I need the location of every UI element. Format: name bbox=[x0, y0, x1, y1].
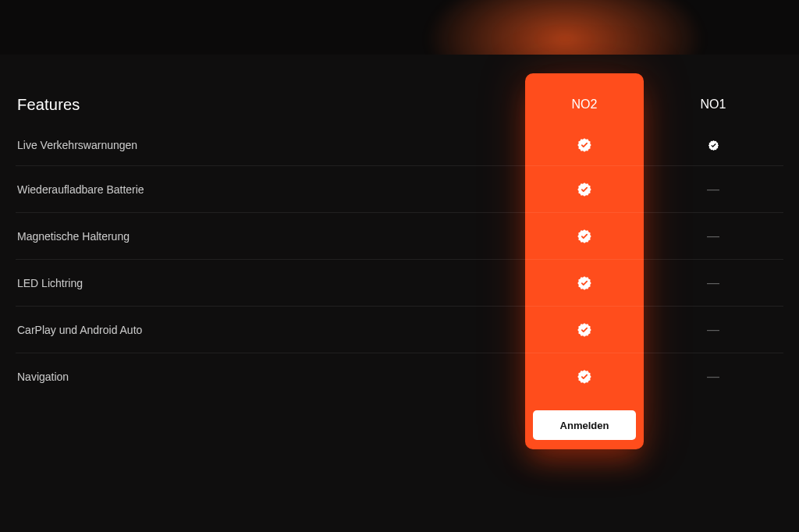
plan-no2-cell bbox=[526, 182, 643, 197]
plan-no2-cell bbox=[526, 229, 643, 244]
features-column-header: Features bbox=[16, 96, 526, 114]
plan-no1-column-header: NO1 bbox=[643, 98, 783, 112]
comparison-table: Features NO2 NO1 Live VerkehrswarnungenW… bbox=[16, 84, 783, 399]
table-row: Navigation— bbox=[16, 353, 783, 399]
plan-no2-cell bbox=[526, 137, 643, 153]
feature-name: Navigation bbox=[16, 371, 526, 383]
plan-no2-cell bbox=[526, 369, 643, 385]
table-row: Live Verkehrswarnungen bbox=[16, 125, 783, 165]
table-header-row: Features NO2 NO1 bbox=[16, 84, 783, 125]
check-badge-icon bbox=[577, 182, 592, 197]
plan-no1-cell bbox=[643, 138, 783, 152]
table-row: LED Lichtring— bbox=[16, 259, 783, 306]
table-row: Magnetische Halterung— bbox=[16, 212, 783, 259]
check-badge-icon bbox=[577, 322, 592, 338]
plan-no1-cell: — bbox=[643, 276, 783, 290]
check-badge-icon bbox=[577, 229, 592, 244]
table-row: Wiederaufladbare Batterie— bbox=[16, 165, 783, 212]
check-badge-icon bbox=[708, 140, 719, 151]
signup-button[interactable]: Anmelden bbox=[533, 410, 636, 440]
feature-name: CarPlay und Android Auto bbox=[16, 324, 526, 336]
plan-no1-cell: — bbox=[643, 323, 783, 337]
check-badge-icon bbox=[577, 137, 592, 153]
feature-name: Wiederaufladbare Batterie bbox=[16, 183, 526, 196]
feature-name: Magnetische Halterung bbox=[16, 230, 526, 243]
not-included-icon: — bbox=[707, 183, 719, 196]
plan-no1-cell: — bbox=[643, 183, 783, 197]
not-included-icon: — bbox=[707, 229, 719, 243]
plan-no1-cell: — bbox=[643, 370, 783, 384]
feature-name: Live Verkehrswarnungen bbox=[16, 139, 526, 151]
plan-no2-column-header: NO2 bbox=[526, 98, 643, 112]
plan-no2-cell bbox=[526, 275, 643, 291]
check-badge-icon bbox=[577, 275, 592, 291]
table-row: CarPlay und Android Auto— bbox=[16, 306, 783, 353]
plan-no1-cell: — bbox=[643, 229, 783, 243]
not-included-icon: — bbox=[707, 276, 719, 289]
not-included-icon: — bbox=[707, 323, 719, 336]
check-badge-icon bbox=[577, 369, 592, 385]
not-included-icon: — bbox=[707, 370, 719, 383]
feature-name: LED Lichtring bbox=[16, 277, 526, 289]
plan-no2-cell bbox=[526, 322, 643, 338]
